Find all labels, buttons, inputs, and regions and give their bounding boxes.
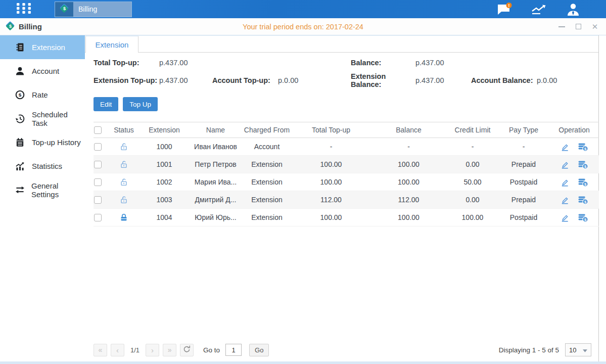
extension-topup-value: p.437.00 — [159, 76, 212, 84]
user-account-icon[interactable] — [566, 3, 581, 16]
row-checkbox[interactable] — [94, 161, 102, 168]
row-checkbox[interactable] — [94, 214, 102, 221]
topbar-billing-tab[interactable]: $ Billing — [55, 2, 132, 17]
topup-icon[interactable]: $ — [578, 142, 588, 152]
account-balance-value: p.0.00 — [537, 76, 598, 84]
account-topup-label: Account Top-up: — [212, 76, 278, 84]
cell-pay-type: Prepaid — [498, 196, 549, 204]
extension-table: StatusExtensionNameCharged FromTotal Top… — [94, 122, 599, 226]
cell-operation: $ — [549, 195, 599, 205]
edit-icon[interactable] — [560, 195, 570, 205]
lock-open-icon[interactable] — [109, 177, 139, 187]
edit-icon[interactable] — [560, 177, 570, 187]
top-up-button[interactable]: Top Up — [123, 97, 158, 111]
page-size-value: 10 — [569, 346, 576, 354]
billing-app-iconbox: $ — [55, 2, 73, 17]
statistics-trend-icon[interactable] — [530, 3, 547, 16]
cell-name: Юрий Юрь... — [190, 213, 242, 221]
cell-pay-type: Prepaid — [498, 160, 549, 168]
sidebar-item-scheduled-task[interactable]: Scheduled Task — [0, 107, 85, 130]
rate-dollar-icon: $ — [15, 90, 25, 100]
app-grid-icon[interactable] — [15, 3, 32, 15]
sidebar-item-statistics[interactable]: Statistics — [0, 154, 85, 178]
action-buttons: Edit Top Up — [94, 97, 598, 111]
lock-open-icon[interactable] — [109, 195, 139, 204]
edit-icon[interactable] — [560, 142, 570, 152]
cell-credit-limit: 100.00 — [447, 213, 498, 221]
sidebar-item-account[interactable]: Account — [0, 59, 85, 83]
refresh-button[interactable] — [180, 344, 194, 356]
svg-text:$: $ — [63, 6, 66, 11]
edit-icon[interactable] — [560, 213, 570, 222]
sidebar-item-top-up-history[interactable]: Top-up History — [0, 130, 85, 154]
topup-icon[interactable]: $ — [578, 213, 588, 222]
edit-icon[interactable] — [560, 160, 570, 169]
cell-pay-type: Postpaid — [498, 178, 549, 186]
account-topup-value: p.0.00 — [278, 76, 351, 84]
column-header-name: Name — [190, 126, 242, 134]
column-header-charged-from: Charged From — [242, 126, 292, 134]
tab-extension[interactable]: Extension — [85, 36, 138, 53]
last-page-button[interactable]: » — [163, 344, 176, 356]
column-header-operation: Operation — [549, 126, 599, 134]
minimize-button[interactable] — [557, 23, 566, 31]
cell-operation: $ — [549, 177, 599, 187]
extension-book-icon — [15, 42, 25, 53]
window-controls: ✕ — [557, 23, 599, 31]
sidebar-item-extension[interactable]: Extension — [0, 35, 85, 59]
table-row: 1002Мария Ива...Extension100.00100.0050.… — [94, 173, 599, 191]
cell-extension: 1000 — [139, 143, 190, 151]
cell-charged-from: Extension — [242, 196, 292, 204]
first-page-button[interactable]: « — [94, 344, 107, 356]
table-row: 1000Иван ИвановAccount----$ — [94, 138, 599, 156]
displaying-text: Displaying 1 - 5 of 5 — [499, 346, 559, 354]
topup-icon[interactable]: $ — [578, 177, 588, 187]
svg-text:$: $ — [9, 23, 12, 28]
cell-pay-type: - — [498, 143, 549, 151]
topup-icon[interactable]: $ — [578, 195, 588, 205]
row-checkbox[interactable] — [94, 178, 102, 186]
cell-charged-from: Extension — [242, 178, 292, 186]
titlebar: $ Billing Your trial period ends on: 201… — [0, 18, 606, 35]
lock-open-icon[interactable] — [109, 142, 139, 151]
sidebar-item-general-settings[interactable]: General Settings — [0, 178, 85, 202]
column-header-total-top-up: Total Top-up — [292, 126, 370, 134]
cell-name: Дмитрий Д... — [190, 196, 242, 204]
sidebar-item-label: Top-up History — [32, 138, 81, 147]
prev-page-button[interactable]: ‹ — [111, 344, 124, 356]
prev-page-icon: ‹ — [116, 346, 119, 354]
messages-icon[interactable]: ! — [496, 3, 512, 16]
column-header-balance: Balance — [370, 126, 447, 134]
sidebar-item-label: Statistics — [32, 162, 62, 170]
close-button[interactable]: ✕ — [591, 23, 599, 31]
page-size-select[interactable]: 10 — [565, 343, 591, 356]
account-person-icon — [15, 66, 25, 76]
sidebar-item-label: General Settings — [31, 181, 85, 199]
pagination-controls: « ‹ 1/1 › » Go to Go — [94, 344, 269, 356]
column-header-status: Status — [109, 126, 139, 134]
row-checkbox[interactable] — [94, 143, 102, 151]
cell-operation: $ — [549, 213, 599, 222]
svg-text:$: $ — [19, 92, 22, 98]
edit-button[interactable]: Edit — [94, 97, 118, 111]
cell-credit-limit: 50.00 — [447, 178, 498, 186]
goto-page-input[interactable] — [225, 344, 242, 356]
row-checkbox[interactable] — [94, 196, 102, 204]
go-button[interactable]: Go — [249, 344, 269, 356]
cell-pay-type: Postpaid — [498, 213, 549, 221]
window-bottom-edge — [0, 361, 606, 364]
cell-charged-from: Extension — [242, 213, 292, 221]
trial-notice: Your trial period ends on: 2017-02-24 — [0, 23, 606, 31]
cell-total-topup: 112.00 — [292, 196, 370, 204]
pagination-summary: Displaying 1 - 5 of 5 10 — [499, 343, 591, 356]
billing-window: $ Billing ! $ Billing Your trial period … — [0, 0, 606, 364]
maximize-button[interactable] — [574, 23, 582, 31]
lock-open-icon[interactable] — [109, 160, 139, 169]
first-page-icon: « — [99, 346, 103, 354]
lock-closed-icon[interactable] — [109, 213, 139, 222]
topup-icon[interactable]: $ — [578, 160, 588, 169]
sidebar-item-rate[interactable]: $Rate — [0, 83, 85, 107]
statistics-chart-icon — [15, 161, 25, 171]
next-page-button[interactable]: › — [146, 344, 159, 356]
select-all-checkbox[interactable] — [94, 126, 102, 134]
